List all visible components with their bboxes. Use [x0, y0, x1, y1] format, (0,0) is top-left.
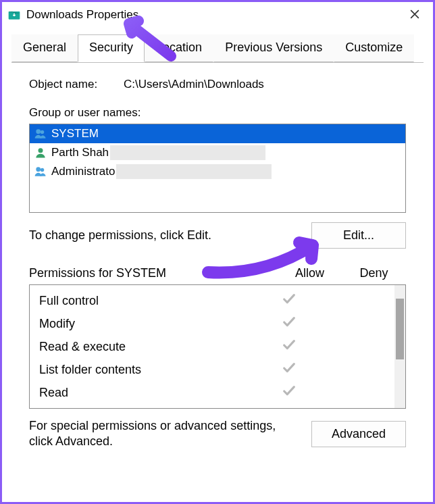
permission-row-full-control: Full control: [30, 289, 394, 312]
allow-column-header: Allow: [278, 266, 342, 280]
list-item-parth-shah[interactable]: Parth Shah: [30, 143, 405, 162]
svg-point-5: [41, 168, 45, 172]
permission-row-read: Read: [30, 381, 394, 404]
permission-name: Read & execute: [39, 340, 257, 354]
advanced-button[interactable]: Advanced: [311, 421, 406, 447]
redacted-detail: [116, 164, 272, 179]
permission-row-list-folder: List folder contents: [30, 358, 394, 381]
group-user-names-label: Group or user names:: [29, 106, 406, 120]
user-icon: [34, 146, 47, 159]
tab-location[interactable]: Location: [145, 34, 213, 62]
folder-download-icon: [7, 8, 21, 22]
svg-point-1: [36, 129, 41, 134]
edit-button[interactable]: Edit...: [311, 222, 406, 249]
close-button[interactable]: [399, 5, 430, 25]
list-item-administrators[interactable]: Administrato: [30, 162, 405, 181]
svg-point-4: [36, 167, 41, 172]
allow-check-icon: [257, 292, 321, 310]
permission-row-read-execute: Read & execute: [30, 335, 394, 358]
edit-help-text: To change permissions, click Edit.: [29, 228, 311, 243]
permission-name: List folder contents: [39, 363, 257, 377]
group-icon: [34, 165, 47, 178]
deny-column-header: Deny: [342, 266, 406, 280]
redacted-detail: [110, 145, 265, 160]
tab-general[interactable]: General: [11, 34, 78, 62]
tabstrip: General Security Location Previous Versi…: [2, 28, 433, 62]
allow-check-icon: [257, 315, 321, 333]
titlebar: Downloads Properties: [2, 2, 433, 28]
permission-name: Full control: [39, 294, 257, 308]
permission-name: Read: [39, 386, 257, 400]
object-name-row: Object name: C:\Users\Admin\Downloads: [29, 78, 406, 91]
list-item-label: SYSTEM: [51, 127, 99, 141]
list-item-label: Administrato: [51, 165, 115, 178]
list-item-system[interactable]: SYSTEM: [30, 124, 405, 143]
tab-security[interactable]: Security: [78, 34, 145, 62]
object-name-label: Object name:: [29, 78, 124, 91]
tab-customize[interactable]: Customize: [334, 34, 414, 62]
group-icon: [34, 127, 47, 141]
allow-check-icon: [257, 338, 321, 356]
svg-point-2: [41, 130, 45, 134]
permissions-grid: Full control Modify Read & execute List …: [29, 284, 406, 409]
tab-panel-security: Object name: C:\Users\Admin\Downloads Gr…: [11, 62, 424, 455]
permission-name: Modify: [39, 317, 257, 331]
permissions-header: Permissions for SYSTEM Allow Deny: [29, 266, 406, 280]
scrollbar-thumb[interactable]: [396, 299, 404, 359]
window-title: Downloads Properties: [26, 8, 399, 22]
allow-check-icon: [257, 384, 321, 402]
advanced-help-text: For special permissions or advanced sett…: [29, 418, 311, 450]
group-user-names-list[interactable]: SYSTEM Parth Shah Administrato: [29, 124, 406, 213]
object-name-value: C:\Users\Admin\Downloads: [124, 78, 264, 91]
list-item-label: Parth Shah: [51, 146, 109, 159]
permissions-scrollbar[interactable]: [394, 285, 405, 408]
svg-point-3: [39, 148, 43, 153]
permissions-for-label: Permissions for SYSTEM: [29, 266, 278, 280]
tab-previous-versions[interactable]: Previous Versions: [213, 34, 334, 62]
allow-check-icon: [257, 361, 321, 379]
permission-row-modify: Modify: [30, 312, 394, 335]
close-icon: [410, 8, 419, 22]
